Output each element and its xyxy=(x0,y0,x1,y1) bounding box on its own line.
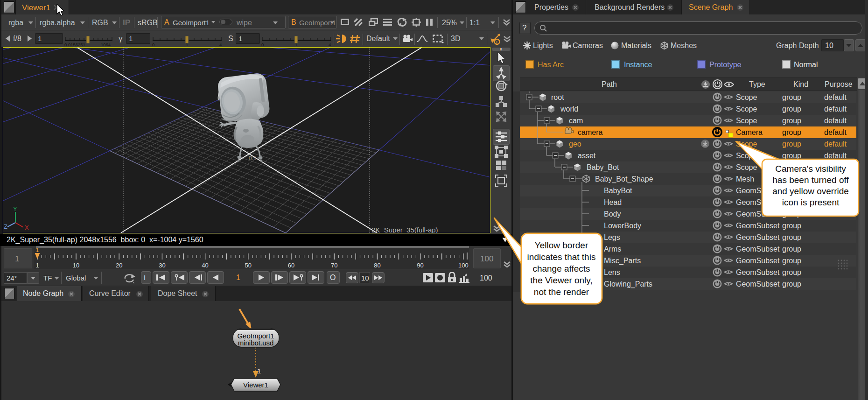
svg-text:60: 60 xyxy=(288,262,294,269)
svg-text:group: group xyxy=(782,93,801,101)
svg-text:70: 70 xyxy=(331,262,337,269)
svg-text:indicates that this: indicates that this xyxy=(527,252,596,262)
svg-text:4: 4 xyxy=(329,42,331,47)
svg-text:Z: Z xyxy=(4,223,7,230)
svg-text:default: default xyxy=(824,117,847,125)
svg-text:10: 10 xyxy=(73,262,79,269)
svg-text:!: ! xyxy=(496,40,497,45)
svg-text:cam: cam xyxy=(569,117,583,125)
svg-text:X: X xyxy=(25,224,29,231)
svg-text:1: 1 xyxy=(295,42,297,47)
svg-text:group: group xyxy=(782,117,801,125)
svg-text:group: group xyxy=(782,105,801,113)
svg-text:4: 4 xyxy=(219,42,222,47)
svg-text:0.0156251: 0.0156251 xyxy=(64,42,85,47)
svg-text:50: 50 xyxy=(245,262,252,269)
svg-text:0.1: 0.1 xyxy=(249,155,257,161)
svg-text:the Viewer only,: the Viewer only, xyxy=(530,275,592,285)
svg-text:20: 20 xyxy=(116,262,122,269)
svg-text:Scope: Scope xyxy=(736,117,757,125)
svg-text:Viewer1: Viewer1 xyxy=(243,381,268,389)
svg-text:1: 1 xyxy=(257,367,261,375)
svg-text:100: 100 xyxy=(458,262,469,269)
svg-text:2K_Super_35(full-ap): 2K_Super_35(full-ap) xyxy=(371,226,438,233)
svg-text:90: 90 xyxy=(417,262,423,269)
svg-text:Yellow border: Yellow border xyxy=(535,240,588,250)
svg-text:1: 1 xyxy=(186,42,188,47)
svg-text:default: default xyxy=(824,105,847,113)
svg-text:0: 0 xyxy=(152,42,154,47)
svg-text:40: 40 xyxy=(202,262,208,269)
svg-text:1: 1 xyxy=(35,262,39,269)
svg-text:Scope: Scope xyxy=(736,105,757,113)
svg-text:80: 80 xyxy=(374,262,380,269)
svg-text:0: 0 xyxy=(261,42,264,47)
svg-text:minibot.usd: minibot.usd xyxy=(238,339,274,347)
svg-text:1: 1 xyxy=(36,247,39,253)
svg-text:root: root xyxy=(551,93,564,101)
svg-text:change affects: change affects xyxy=(532,264,590,274)
svg-text:30: 30 xyxy=(159,262,165,269)
svg-text:1064: 1064 xyxy=(101,42,111,47)
svg-text:default: default xyxy=(824,93,847,101)
svg-text:Y: Y xyxy=(13,205,17,212)
svg-text:Scope: Scope xyxy=(736,93,757,101)
svg-text:world: world xyxy=(560,105,578,113)
svg-text:and yellow override: and yellow override xyxy=(772,186,849,196)
svg-text:not the render: not the render xyxy=(534,287,589,297)
svg-text:has been turned off: has been turned off xyxy=(772,175,849,185)
svg-text:Camera's visibility: Camera's visibility xyxy=(775,164,846,174)
